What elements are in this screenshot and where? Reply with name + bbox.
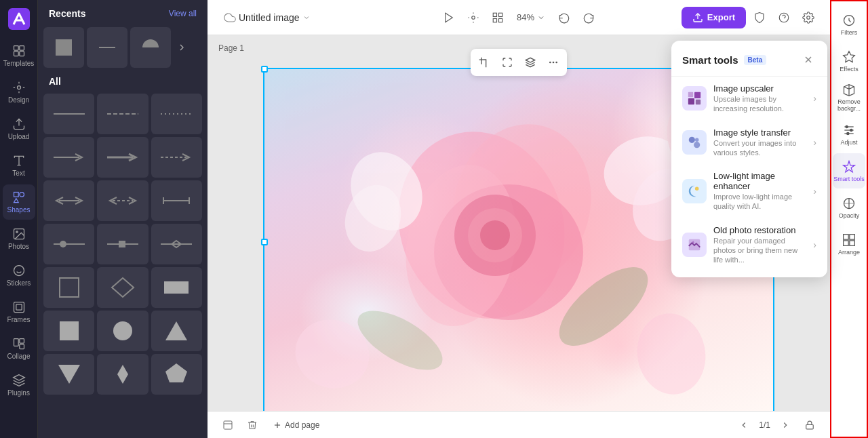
- svg-point-90: [847, 132, 849, 134]
- lock-btn[interactable]: [800, 416, 819, 435]
- svg-rect-42: [60, 321, 79, 340]
- svg-rect-39: [60, 278, 79, 297]
- photo-restoration-text: Old photo restoration Repair your damage…: [713, 225, 806, 265]
- recent-shapes-next[interactable]: [174, 39, 190, 56]
- upscaler-arrow: ›: [813, 93, 816, 104]
- svg-marker-9: [14, 199, 18, 203]
- sidebar-item-shapes[interactable]: Shapes: [3, 184, 35, 220]
- svg-rect-2: [19, 46, 24, 51]
- shape-dotted-line[interactable]: [151, 94, 202, 134]
- svg-rect-18: [19, 339, 24, 344]
- view-all-link[interactable]: View all: [169, 9, 197, 18]
- more-options-button[interactable]: [542, 52, 564, 73]
- shape-triangle-filled[interactable]: [151, 311, 202, 351]
- style-transfer-icon: [687, 135, 702, 150]
- popup-item-low-light[interactable]: Low-light image enhancer Improve low-lig…: [671, 164, 827, 218]
- popup-item-photo-restoration[interactable]: Old photo restoration Repair your damage…: [671, 218, 827, 272]
- shape-rect-slider[interactable]: [97, 224, 148, 264]
- svg-point-5: [17, 86, 20, 89]
- svg-point-61: [555, 62, 557, 64]
- add-page-button[interactable]: Add page: [267, 418, 325, 433]
- right-panel-smart-tools[interactable]: Smart tools: [833, 153, 865, 188]
- sidebar-item-design[interactable]: Design: [3, 75, 35, 110]
- shape-diamond-rotated[interactable]: [97, 354, 148, 395]
- arrange-tool-button[interactable]: [519, 52, 541, 73]
- shape-right-arrow[interactable]: [43, 137, 94, 178]
- svg-marker-58: [526, 58, 534, 62]
- sidebar-item-upload[interactable]: Upload: [3, 111, 35, 146]
- svg-rect-101: [696, 100, 701, 104]
- svg-point-43: [113, 321, 132, 340]
- app-logo[interactable]: [3, 5, 35, 33]
- shape-diamond-slider[interactable]: [151, 224, 202, 264]
- shape-diamond-outline[interactable]: [97, 267, 148, 308]
- shape-square-filled[interactable]: [43, 311, 94, 351]
- shape-circle-filled[interactable]: [97, 311, 148, 351]
- right-panel-opacity[interactable]: Opacity: [833, 190, 865, 225]
- recent-shape-line[interactable]: [87, 27, 127, 68]
- shield-icon: [753, 12, 766, 24]
- help-button[interactable]: [773, 7, 795, 28]
- svg-rect-98: [688, 92, 693, 97]
- svg-point-11: [16, 231, 17, 233]
- svg-rect-17: [14, 339, 18, 346]
- recent-shape-square[interactable]: [43, 27, 84, 68]
- right-panel-remove-bg[interactable]: Remove backgr...: [833, 80, 865, 115]
- sidebar-item-stickers[interactable]: Stickers: [3, 258, 35, 293]
- shape-double-dotted-arrow[interactable]: [97, 180, 148, 221]
- shape-double-arrow[interactable]: [43, 180, 94, 221]
- shape-right-dotted-arrow[interactable]: [151, 137, 202, 178]
- play-button[interactable]: [438, 7, 460, 28]
- trash-btn[interactable]: [243, 416, 262, 435]
- shape-measure-arrow[interactable]: [151, 180, 202, 221]
- shape-circle-slider[interactable]: [43, 224, 94, 264]
- popup-item-image-upscaler[interactable]: Image upscaler Upscale images by increas…: [671, 77, 827, 121]
- sidebar-item-collage[interactable]: Collage: [3, 331, 35, 366]
- shape-triangle-down[interactable]: [43, 354, 94, 395]
- shield-icon-btn[interactable]: [749, 7, 770, 28]
- settings-button[interactable]: [797, 7, 819, 28]
- undo-button[interactable]: [553, 7, 575, 28]
- cloud-icon: [224, 12, 236, 24]
- plus-icon: [273, 420, 282, 430]
- svg-point-103: [694, 142, 700, 148]
- export-button[interactable]: Export: [682, 7, 746, 28]
- popup-item-style-transfer[interactable]: Image style transfer Convert your images…: [671, 121, 827, 165]
- shape-solid-line[interactable]: [43, 94, 94, 134]
- right-panel-effects[interactable]: Effects: [833, 43, 865, 79]
- beta-badge: Beta: [744, 55, 767, 65]
- right-panel-arrange[interactable]: Arrange: [833, 226, 865, 262]
- svg-point-12: [14, 266, 24, 276]
- recent-shape-halfcircle[interactable]: [130, 27, 171, 68]
- doc-name-button[interactable]: Untitled image: [218, 9, 316, 26]
- prev-page-btn[interactable]: [734, 416, 753, 435]
- right-panel-filters[interactable]: Filters: [833, 7, 865, 42]
- shape-dashed-line[interactable]: [97, 94, 148, 134]
- shape-pentagon[interactable]: [151, 354, 202, 395]
- shape-right-arrow-bold[interactable]: [97, 137, 148, 178]
- zoom-control[interactable]: 84%: [511, 9, 551, 25]
- sidebar-item-frames[interactable]: Frames: [3, 294, 35, 330]
- grid-view-button[interactable]: [487, 7, 509, 28]
- flip-tool-button[interactable]: [496, 52, 518, 73]
- template-icon-btn[interactable]: [218, 416, 237, 435]
- popup-title: Smart tools: [682, 54, 738, 66]
- popup-close-button[interactable]: [800, 52, 816, 68]
- gear-icon: [802, 12, 814, 24]
- svg-rect-3: [14, 52, 18, 56]
- sidebar-item-text[interactable]: Text: [3, 148, 35, 183]
- svg-marker-45: [58, 365, 80, 384]
- right-panel-adjust[interactable]: Adjust: [833, 117, 865, 152]
- crop-tool-button[interactable]: [473, 52, 495, 73]
- sidebar-item-photos[interactable]: Photos: [3, 221, 35, 256]
- present-button[interactable]: [462, 7, 484, 28]
- svg-point-34: [60, 241, 66, 247]
- shape-rect-filled[interactable]: [151, 267, 202, 308]
- svg-rect-50: [493, 13, 496, 16]
- sidebar-item-plugins[interactable]: Plugins: [3, 367, 35, 403]
- top-toolbar: Untitled image 84%: [208, 0, 830, 35]
- redo-button[interactable]: [578, 7, 599, 28]
- sidebar-item-templates[interactable]: Templates: [3, 38, 35, 73]
- next-page-btn[interactable]: [776, 416, 795, 435]
- shape-square-outline[interactable]: [43, 267, 94, 308]
